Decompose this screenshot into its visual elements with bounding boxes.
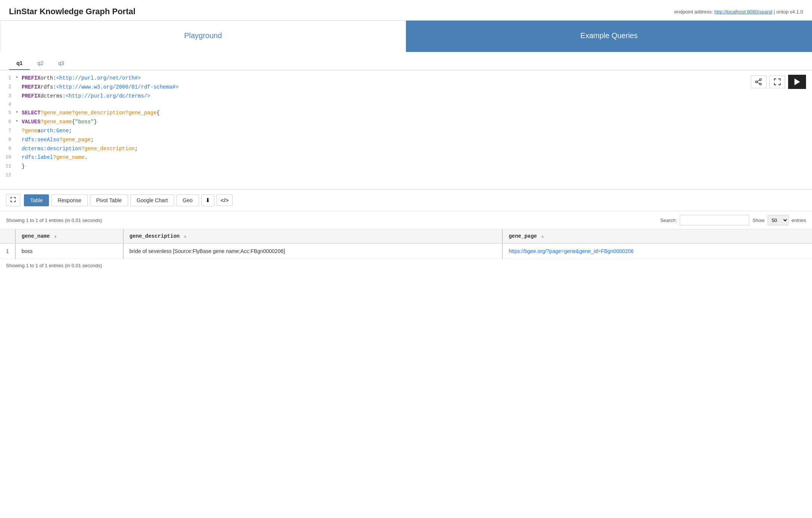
code-token: ?gene_name: [53, 153, 84, 162]
code-token: rdfs:: [40, 83, 56, 92]
query-tab-q2[interactable]: q2: [30, 57, 51, 70]
code-token: dcterms:: [40, 92, 65, 101]
main-content: q1 q2 q3: [0, 52, 812, 272]
svg-line-4: [757, 82, 759, 83]
code-token: ?gene_name: [40, 118, 72, 127]
tab-google-chart-result[interactable]: Google Chart: [130, 194, 174, 206]
share-button[interactable]: [751, 75, 766, 88]
editor-toolbar: [751, 75, 806, 89]
endpoint-url[interactable]: http://localhost:8080/sparql: [714, 9, 772, 15]
tab-pivot-table-result[interactable]: Pivot Table: [90, 194, 128, 206]
line-arrow: [16, 127, 22, 136]
code-token: ;: [134, 145, 137, 154]
tab-geo-result[interactable]: Geo: [176, 194, 199, 206]
fullscreen-button[interactable]: [769, 75, 785, 88]
code-token: rdfs:label: [22, 153, 53, 162]
table-info-bottom: Showing 1 to 1 of 1 entries (in 0.01 sec…: [0, 259, 812, 272]
query-tab-q1[interactable]: q1: [9, 57, 30, 70]
line-number: 3: [4, 92, 16, 101]
cell-gene-name: boss: [15, 243, 123, 259]
code-token: ?gene_description: [72, 109, 125, 118]
code-line: 10rdfs:label ?gene_name .: [4, 153, 808, 162]
code-line: 1▾PREFIX orth: <http://purl.org/net/orth…: [4, 74, 808, 83]
line-arrow: [16, 101, 22, 109]
code-token: ;: [69, 127, 72, 136]
data-table: gene_name ⇅ gene_description ⇅ gene_page…: [0, 229, 812, 259]
code-token: {: [156, 109, 159, 118]
code-token: <http://purl.org/net/orth#>: [56, 74, 141, 83]
results-toolbar: Table Response Pivot Table Google Chart …: [0, 189, 812, 211]
version-label: | ontop v4.1.0: [774, 9, 803, 15]
tab-response-result[interactable]: Response: [51, 194, 87, 206]
code-line: 2PREFIX rdfs: <http://www.w3.org/2000/01…: [4, 83, 808, 92]
code-line: 9dcterms:description ?gene_description ;: [4, 145, 808, 154]
code-token: ?gene_page: [125, 109, 156, 118]
entries-label: entries: [791, 218, 806, 223]
show-select[interactable]: 50 10 25 100: [768, 215, 788, 225]
code-token: }: [94, 118, 97, 127]
code-token: orth:Gene: [40, 127, 69, 136]
line-number: 9: [4, 145, 16, 154]
col-header-gene-page[interactable]: gene_page ⇅: [502, 229, 812, 244]
tab-example-queries[interactable]: Example Queries: [406, 21, 812, 51]
download-button[interactable]: ⬇: [201, 194, 214, 206]
line-arrow: ▾: [16, 74, 22, 83]
cell-gene-page: https://bgee.org/?page=gene&gene_id=FBgn…: [502, 243, 812, 259]
cell-num: 1: [0, 243, 15, 259]
line-arrow: ▾: [16, 118, 22, 127]
line-arrow: ▾: [16, 109, 22, 118]
search-label: Search:: [660, 218, 677, 223]
sort-icon-gene-name: ⇅: [55, 235, 57, 239]
code-token: PREFIX: [22, 83, 40, 92]
run-button[interactable]: [788, 75, 806, 89]
query-tab-q3[interactable]: q3: [51, 57, 72, 70]
showing-text-top: Showing 1 to 1 of 1 entries (in 0.01 sec…: [6, 218, 102, 223]
code-token: <http://www.w3.org/2000/01/rdf-schema#>: [56, 83, 179, 92]
tab-playground[interactable]: Playground: [0, 21, 406, 52]
code-token: ?gene_name: [40, 109, 72, 118]
sort-icon-gene-description: ⇅: [184, 235, 186, 239]
line-number: 4: [4, 101, 16, 109]
line-arrow: [16, 136, 22, 145]
editor-container: 1▾PREFIX orth: <http://purl.org/net/orth…: [0, 70, 812, 189]
line-arrow: [16, 92, 22, 101]
query-tabs: q1 q2 q3: [0, 52, 812, 70]
svg-line-3: [757, 80, 759, 81]
code-token: orth:: [40, 74, 56, 83]
data-table-wrapper: gene_name ⇅ gene_description ⇅ gene_page…: [0, 229, 812, 259]
col-header-gene-description[interactable]: gene_description ⇅: [123, 229, 502, 244]
gene-page-link[interactable]: https://bgee.org/?page=gene&gene_id=FBgn…: [509, 248, 634, 254]
line-number: 2: [4, 83, 16, 92]
code-editor[interactable]: 1▾PREFIX orth: <http://purl.org/net/orth…: [0, 74, 812, 179]
code-token: ?gene: [22, 127, 37, 136]
code-token: {: [72, 118, 75, 127]
line-number: 8: [4, 136, 16, 145]
line-arrow: [16, 153, 22, 162]
line-arrow: [16, 83, 22, 92]
svg-point-0: [760, 79, 762, 81]
app-title: LinStar Knowledge Graph Portal: [9, 7, 136, 16]
code-token: a: [37, 127, 40, 136]
search-input[interactable]: [680, 215, 749, 225]
header: LinStar Knowledge Graph Portal endpoint …: [0, 0, 812, 21]
code-token: ?gene_description: [81, 145, 135, 154]
code-line: 5▾SELECT ?gene_name ?gene_description ?g…: [4, 109, 808, 118]
nav-tabs: Playground Example Queries: [0, 21, 812, 52]
code-line: 4: [4, 101, 808, 109]
code-token: "boss": [75, 118, 94, 127]
code-token: PREFIX: [22, 74, 40, 83]
table-search: Search: Show 50 10 25 100 entries: [660, 215, 806, 225]
showing-text-bottom: Showing 1 to 1 of 1 entries (in 0.01 sec…: [6, 263, 102, 268]
code-line: 12: [4, 171, 808, 179]
header-info: endpoint address: http://localhost:8080/…: [674, 9, 803, 15]
line-number: 6: [4, 118, 16, 127]
tab-table-result[interactable]: Table: [24, 194, 49, 206]
code-token: ;: [91, 136, 94, 145]
svg-marker-5: [794, 78, 800, 85]
line-arrow: [16, 145, 22, 154]
expand-results-button[interactable]: [6, 194, 20, 206]
col-header-gene-name[interactable]: gene_name ⇅: [15, 229, 123, 244]
code-line: 7?gene a orth:Gene ;: [4, 127, 808, 136]
embed-button[interactable]: </>: [217, 194, 233, 206]
svg-point-2: [756, 81, 757, 83]
